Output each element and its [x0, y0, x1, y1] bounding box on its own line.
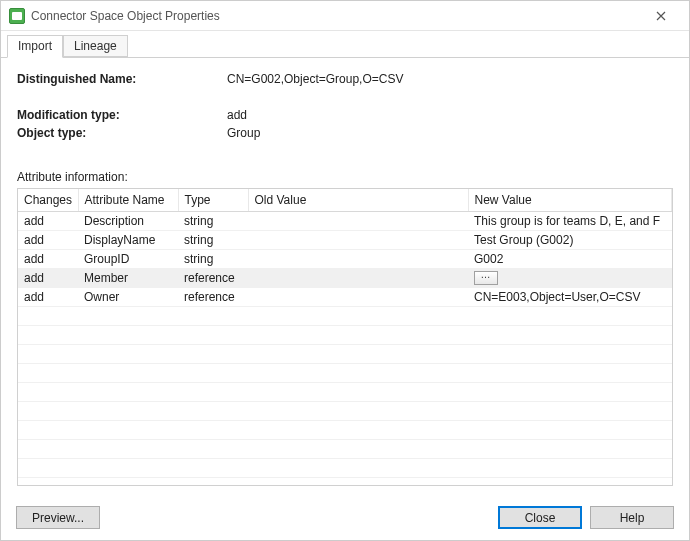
cell-changes: add — [18, 249, 78, 268]
table-row-empty — [18, 440, 672, 459]
tab-bar: Import Lineage — [1, 31, 689, 58]
preview-button[interactable]: Preview... — [16, 506, 100, 529]
table-row-empty — [18, 326, 672, 345]
header-changes[interactable]: Changes — [18, 189, 78, 211]
dn-label: Distinguished Name: — [17, 72, 227, 86]
cell-new-value: G002 — [468, 249, 672, 268]
dn-value: CN=G002,Object=Group,O=CSV — [227, 72, 673, 86]
table-row[interactable]: addDisplayNamestringTest Group (G002) — [18, 230, 672, 249]
cell-type: reference — [178, 268, 248, 288]
cell-type: string — [178, 230, 248, 249]
tab-import[interactable]: Import — [7, 35, 63, 58]
table-row-empty — [18, 383, 672, 402]
cell-new-value: CN=E003,Object=User,O=CSV — [468, 288, 672, 307]
table-row-empty — [18, 421, 672, 440]
titlebar: Connector Space Object Properties — [1, 1, 689, 31]
cell-attribute-name: Member — [78, 268, 178, 288]
cell-new-value: This group is for teams D, E, and F — [468, 211, 672, 230]
close-icon[interactable] — [641, 2, 681, 30]
header-old-value[interactable]: Old Value — [248, 189, 468, 211]
cell-changes: add — [18, 268, 78, 288]
table-row-empty — [18, 307, 672, 326]
attribute-info-label: Attribute information: — [17, 170, 673, 184]
attribute-table: Changes Attribute Name Type Old Value Ne… — [18, 189, 672, 478]
table-row-empty — [18, 402, 672, 421]
cell-new-value: … — [468, 268, 672, 288]
tab-lineage[interactable]: Lineage — [63, 35, 128, 57]
table-row[interactable]: addOwnerreferenceCN=E003,Object=User,O=C… — [18, 288, 672, 307]
table-row-empty — [18, 459, 672, 478]
cell-attribute-name: GroupID — [78, 249, 178, 268]
cell-old-value — [248, 211, 468, 230]
attribute-table-container: Changes Attribute Name Type Old Value Ne… — [17, 188, 673, 486]
object-type-value: Group — [227, 126, 673, 140]
ellipsis-button[interactable]: … — [474, 271, 498, 285]
cell-type: string — [178, 211, 248, 230]
table-header-row: Changes Attribute Name Type Old Value Ne… — [18, 189, 672, 211]
header-attribute-name[interactable]: Attribute Name — [78, 189, 178, 211]
cell-attribute-name: Description — [78, 211, 178, 230]
cell-attribute-name: Owner — [78, 288, 178, 307]
table-row[interactable]: addGroupIDstringG002 — [18, 249, 672, 268]
object-type-label: Object type: — [17, 126, 227, 140]
cell-type: string — [178, 249, 248, 268]
cell-attribute-name: DisplayName — [78, 230, 178, 249]
window-title: Connector Space Object Properties — [31, 9, 641, 23]
header-new-value[interactable]: New Value — [468, 189, 672, 211]
help-button[interactable]: Help — [590, 506, 674, 529]
cell-old-value — [248, 268, 468, 288]
cell-changes: add — [18, 211, 78, 230]
table-row-empty — [18, 364, 672, 383]
table-row[interactable]: addMemberreference… — [18, 268, 672, 288]
cell-changes: add — [18, 230, 78, 249]
table-row[interactable]: addDescriptionstringThis group is for te… — [18, 211, 672, 230]
table-row-empty — [18, 345, 672, 364]
modification-type-value: add — [227, 108, 673, 122]
cell-new-value: Test Group (G002) — [468, 230, 672, 249]
cell-old-value — [248, 288, 468, 307]
footer: Preview... Close Help — [16, 506, 674, 529]
cell-old-value — [248, 249, 468, 268]
close-button[interactable]: Close — [498, 506, 582, 529]
cell-type: reference — [178, 288, 248, 307]
modification-type-label: Modification type: — [17, 108, 227, 122]
header-type[interactable]: Type — [178, 189, 248, 211]
app-icon — [9, 8, 25, 24]
cell-old-value — [248, 230, 468, 249]
content-panel: Distinguished Name: CN=G002,Object=Group… — [1, 58, 689, 494]
cell-changes: add — [18, 288, 78, 307]
